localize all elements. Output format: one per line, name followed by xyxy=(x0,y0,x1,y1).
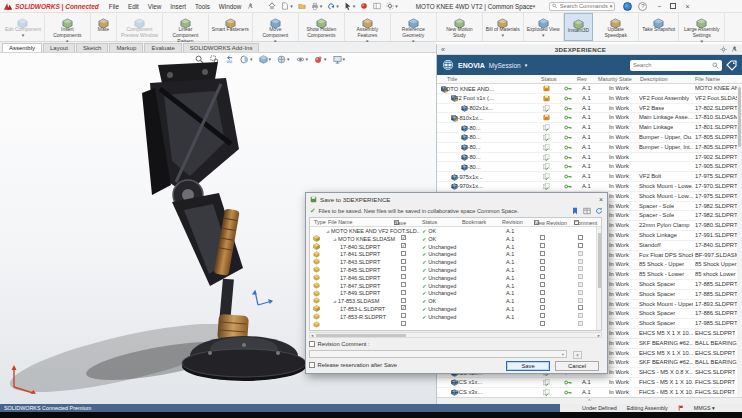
panel-scrollbar[interactable] xyxy=(737,85,742,398)
save-dialog-row[interactable]: 17-847.SLDPRT✓ UnchangedA.1 xyxy=(310,282,601,290)
comment-clear-button[interactable]: × xyxy=(573,351,582,359)
panel-row[interactable]: FHCS x1x...A.1In WorkFHCS - M5 X 1 X 10.… xyxy=(437,378,742,388)
save-dialog-close-icon[interactable]: × xyxy=(599,196,603,203)
doc-title-caret-icon[interactable]: ▾ xyxy=(533,4,536,9)
bookmark-icon[interactable] xyxy=(571,207,579,215)
ribbon-component-preview-window-button[interactable]: Component Preview Window xyxy=(117,13,163,41)
options-gear-icon-caret[interactable]: ▾ xyxy=(395,4,398,9)
select-cursor-icon-caret[interactable]: ▾ xyxy=(353,4,356,9)
search-caret-icon[interactable]: ▾ xyxy=(610,4,613,9)
new-file-icon-caret[interactable]: ▾ xyxy=(290,4,293,9)
menu-window[interactable]: Window xyxy=(219,3,241,10)
revision-comment-checkbox[interactable] xyxy=(309,341,315,347)
display-panel-icon[interactable] xyxy=(373,2,381,10)
notification-icon[interactable] xyxy=(360,2,368,10)
menu-view[interactable]: View xyxy=(148,3,162,10)
ribbon-show-hidden-components-button[interactable]: Show Hidden Components xyxy=(299,13,345,41)
panel-row[interactable]: 17-80...A.1In WorkMain Linkage17-801.SLD… xyxy=(437,123,742,133)
help-button[interactable]: ? xyxy=(638,2,647,11)
table-view-icon[interactable] xyxy=(583,207,591,215)
ribbon-take-snapshot-button[interactable]: Take Snapshot xyxy=(639,13,679,41)
save-dialog-row[interactable]: 17-846.SLDPRT✓ UnchangedA.1 xyxy=(310,274,601,282)
dialog-save-checkbox[interactable] xyxy=(401,314,406,331)
undo-icon-caret[interactable]: ▾ xyxy=(336,4,339,9)
save-dialog-row[interactable]: ⊿ MOTO KNEE AND VF2 FOOT.SLD..✓✓ OKA.1 xyxy=(310,227,601,235)
ribbon-update-speedpak-button[interactable]: Update Speedpak xyxy=(593,13,639,41)
col-status[interactable]: Status xyxy=(541,76,557,82)
hscroll-left-icon[interactable]: ◂ xyxy=(311,333,313,338)
panel-search-input[interactable] xyxy=(633,62,712,68)
dialog-hscrollbar-thumb[interactable] xyxy=(316,334,406,337)
ribbon-reference-geometry-button[interactable]: Reference Geometry▾ xyxy=(391,13,437,41)
ribbon-new-motion-study-button[interactable]: New Motion Study xyxy=(437,13,483,41)
select-cursor-icon[interactable]: ▾ xyxy=(344,2,356,10)
ribbon-caret-icon[interactable]: ▾ xyxy=(502,33,505,38)
panel-footer-collapse[interactable]: ^ xyxy=(437,397,742,404)
tab-solidworks-add-ins[interactable]: SOLIDWORKS Add-Ins xyxy=(183,43,260,52)
panel-row[interactable]: FHCS x3x...A.1In WorkFHCS - M5 X 1 X 10.… xyxy=(437,388,742,397)
col-description[interactable]: Description xyxy=(640,76,668,82)
ribbon-caret-icon[interactable]: ▾ xyxy=(700,39,703,44)
col-title[interactable]: Title xyxy=(447,76,457,82)
save-dialog-row[interactable]: 17-853-R.SLDPRT✓ UnchangedA.1 xyxy=(310,313,601,321)
session-caret-icon[interactable]: ▾ xyxy=(525,62,528,68)
ribbon-instant3d-button[interactable]: Instant3D xyxy=(564,13,593,41)
panel-row[interactable]: 17-80...A.1In Work17-902.SLDPRT xyxy=(437,153,742,163)
hscroll-right-icon[interactable]: ▸ xyxy=(598,333,600,338)
close-button[interactable]: × xyxy=(685,3,689,10)
dcol-bookmark[interactable]: Bookmark xyxy=(462,219,486,225)
ribbon-smart-fasteners-button[interactable]: Smart Fasteners xyxy=(209,13,253,41)
col-filename[interactable]: File Name xyxy=(695,76,720,82)
save-dialog-row[interactable]: 17-840.SLDPRT✓ UnchangedA.1 xyxy=(310,243,601,251)
menu-edit[interactable]: Edit xyxy=(128,3,139,10)
minimize-button[interactable]: − xyxy=(657,3,661,10)
search-commands-box[interactable]: ▾ xyxy=(549,2,615,11)
ribbon-large-assembly-settings-button[interactable]: Large Assembly Settings▾ xyxy=(679,13,725,41)
dcol-filename[interactable]: File Name xyxy=(328,219,353,225)
save-checkbox[interactable] xyxy=(401,321,406,326)
ribbon-move-component-button[interactable]: Move Component▾ xyxy=(253,13,299,41)
tab-markup[interactable]: Markup xyxy=(109,43,143,52)
print-icon-caret[interactable]: ▾ xyxy=(320,4,323,9)
menu-file[interactable]: File xyxy=(109,3,119,10)
save-dialog-row[interactable]: ⊿ 17-853.SLDASM✓✓ OKA.1 xyxy=(310,297,601,305)
save-dialog-row[interactable]: 17-841.SLDPRT✓ UnchangedA.1 xyxy=(310,250,601,258)
tab-assembly[interactable]: Assembly xyxy=(2,43,42,52)
pin-icon[interactable] xyxy=(247,3,254,10)
ribbon-bill-of-materials-button[interactable]: Bill of Materials▾ xyxy=(483,13,524,41)
panel-row[interactable]: 17-975x1x...A.1In WorkVF2 Bolt17-975.SLD… xyxy=(437,172,742,182)
save-dialog-row[interactable]: 17-843.SLDPRT✓ UnchangedA.1 xyxy=(310,258,601,266)
print-icon[interactable]: ▾ xyxy=(311,2,323,10)
panel-scrollbar-thumb[interactable] xyxy=(738,87,741,147)
panel-row[interactable]: −MOTO KNEE AND...A.1In WorkMOTO KNEE AN.… xyxy=(437,84,742,94)
restore-button[interactable] xyxy=(670,3,676,9)
search-commands-input[interactable] xyxy=(560,3,608,9)
panel-row[interactable]: 17-80...A.1In WorkBumper - Upper, Int...… xyxy=(437,143,742,153)
menu-insert[interactable]: Insert xyxy=(170,3,186,10)
col-rev[interactable]: Rev xyxy=(577,76,587,82)
save-dialog-row[interactable]: 17-853-L.SLDPRT✓ UnchangedA.1 xyxy=(310,305,601,313)
revision-comment-field[interactable]: ▾ xyxy=(309,350,567,358)
dialog-hscrollbar[interactable]: ◂ ▸ xyxy=(309,332,602,338)
enovia-session[interactable]: MySession xyxy=(489,62,521,69)
ribbon-assembly-features-button[interactable]: Assembly Features▾ xyxy=(345,13,391,41)
ribbon-linear-component-pattern-button[interactable]: Linear Component Pattern▾ xyxy=(163,13,209,41)
tab-layout[interactable]: Layout xyxy=(43,43,75,52)
panel-row[interactable]: 17-970x1x...A.1In WorkShock Mount - Lowe… xyxy=(437,182,742,192)
panel-row[interactable]: −VF2 Foot x1x (...A.1In WorkVF2 Foot Ass… xyxy=(437,94,742,104)
save-dialog-row[interactable]: 17-845.SLDPRT✓ UnchangedA.1 xyxy=(310,266,601,274)
status-units[interactable]: MMGS ▾ xyxy=(694,405,715,411)
undo-icon[interactable]: ▾ xyxy=(327,2,339,10)
dialog-vscrollbar[interactable] xyxy=(596,227,601,331)
dcol-revision[interactable]: Revision xyxy=(502,219,523,225)
save-dialog-row[interactable]: 17-849.SLDPRT✓ UnchangedA.1 xyxy=(310,289,601,297)
col-maturity[interactable]: Maturity State xyxy=(598,76,632,82)
user-avatar[interactable] xyxy=(623,2,632,11)
options-gear-icon[interactable]: ▾ xyxy=(386,2,398,10)
ribbon-caret-icon[interactable]: ▾ xyxy=(22,33,25,38)
panel-row[interactable]: 17-80...A.1In Work17-905.SLDPRT xyxy=(437,162,742,172)
new-file-icon[interactable]: ▾ xyxy=(281,2,293,10)
ribbon-caret-icon[interactable]: ▾ xyxy=(542,33,545,38)
dcol-status[interactable]: Status xyxy=(422,219,437,225)
ribbon-mate-button[interactable]: Mate xyxy=(91,13,117,41)
